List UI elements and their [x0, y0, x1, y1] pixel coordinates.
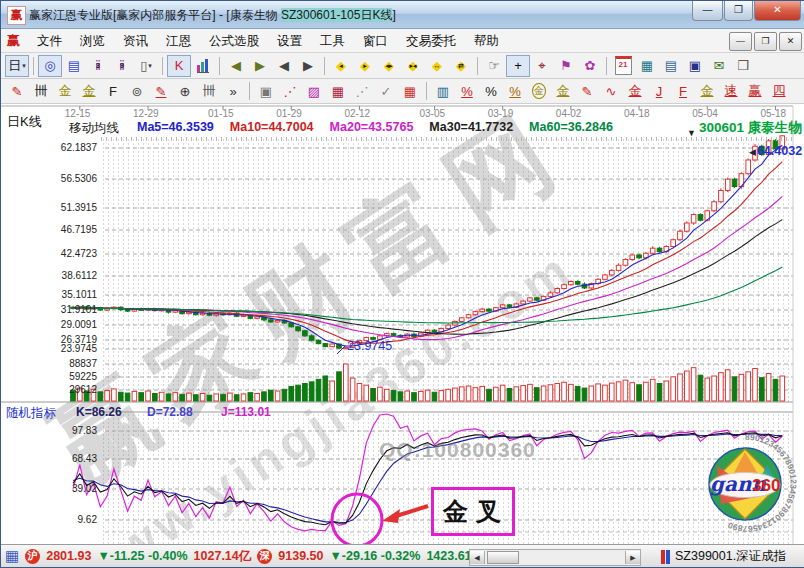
- maximize-button[interactable]: ❐: [724, 1, 753, 21]
- menu-item-9[interactable]: 交易委托: [397, 31, 465, 51]
- title-bar[interactable]: 赢 赢家江恩专业版[赢家内部服务平台] - [康泰生物 SZ300601-105…: [1, 1, 804, 29]
- horizontal-scrollbar[interactable]: ◀ ▶: [469, 549, 641, 566]
- gann-ruler-icon[interactable]: 卌: [29, 80, 53, 102]
- pattern-mark-icon[interactable]: ✿: [578, 55, 602, 77]
- menu-item-7[interactable]: 工具: [311, 31, 354, 51]
- glyph: ⊕: [180, 84, 191, 99]
- glyph: ▦: [404, 84, 416, 99]
- menu-item-3[interactable]: 资讯: [114, 31, 157, 51]
- menu-item-5[interactable]: 公式选股: [200, 31, 268, 51]
- brush-tool-icon[interactable]: ✎: [5, 80, 29, 102]
- glyph: ☞: [488, 58, 500, 73]
- candle-style-icon[interactable]: ▯▾: [134, 55, 158, 77]
- mdi-close-button[interactable]: ✕: [779, 32, 802, 51]
- golden-grid-icon[interactable]: 金: [77, 80, 101, 102]
- close-button[interactable]: ✕: [754, 1, 801, 21]
- current-stock-status[interactable]: SZ399001.深证成指: [661, 548, 786, 565]
- percent-line-icon[interactable]: %: [503, 80, 527, 102]
- pan-hand-tool[interactable]: ☞: [482, 55, 506, 77]
- chart-region[interactable]: 赢家财富网 www.yingjia360.com 日K线 12-1512-290…: [1, 104, 804, 547]
- compress-x-diamond-button[interactable]: ◆▸◂: [401, 55, 425, 77]
- gann-fan-icon[interactable]: ⋰: [278, 80, 302, 102]
- menu-item-4[interactable]: 江恩: [157, 31, 200, 51]
- expand-x-diamond-button[interactable]: ◆◂▸: [377, 55, 401, 77]
- pen-ruler-icon[interactable]: ✎: [575, 80, 599, 102]
- box-range-icon[interactable]: ▣: [254, 80, 278, 102]
- gann-fan-box-icon[interactable]: ▨: [302, 80, 326, 102]
- chart-bars-9-icon[interactable]: ⅱ9: [110, 55, 134, 77]
- send-mail-icon[interactable]: ✉: [707, 55, 731, 77]
- nav-last-button[interactable]: ▶: [248, 55, 272, 77]
- measure-tool-icon[interactable]: ⌖: [530, 55, 554, 77]
- spiral-icon[interactable]: ⊚: [125, 80, 149, 102]
- brush-measure-icon[interactable]: ✎: [149, 80, 173, 102]
- price-axis-label: 29.0091: [41, 319, 97, 330]
- nav-prev-button[interactable]: ◀: [272, 55, 296, 77]
- f-angle-icon[interactable]: F: [671, 80, 695, 102]
- shift-left-diamond-button[interactable]: ◆◂: [329, 55, 353, 77]
- quote-table-icon[interactable]: ▦: [5, 547, 19, 565]
- mdi-minimize-button[interactable]: —: [729, 32, 752, 51]
- j-angle-icon[interactable]: J: [647, 80, 671, 102]
- gold-angle-icon[interactable]: 金: [695, 80, 719, 102]
- shift-right-diamond-button[interactable]: ◆▸: [353, 55, 377, 77]
- gold-box-icon[interactable]: 金: [623, 80, 647, 102]
- menu-item-6[interactable]: 设置: [268, 31, 311, 51]
- trend-check-icon[interactable]: ✓: [374, 80, 398, 102]
- gann-wheel-icon[interactable]: ⊕: [173, 80, 197, 102]
- minimize-button[interactable]: —: [692, 1, 723, 21]
- mdi-restore-button[interactable]: ❐: [754, 32, 777, 51]
- date-tick-label: 04-18: [624, 108, 650, 119]
- menu-item-1[interactable]: 文件: [28, 31, 71, 51]
- glyph: 金: [83, 82, 96, 100]
- price-scale-icon[interactable]: ▥: [431, 80, 455, 102]
- angle-fan-icon[interactable]: ⋰: [350, 80, 374, 102]
- percent-icon[interactable]: %: [479, 80, 503, 102]
- glyph: F: [679, 84, 687, 99]
- golden-section-icon[interactable]: 金: [53, 80, 77, 102]
- more-tools-chevron[interactable]: »: [221, 80, 245, 102]
- gold-circle-icon[interactable]: 金: [527, 80, 551, 102]
- notes-icon[interactable]: ▤: [659, 55, 683, 77]
- crosshair-tool[interactable]: +: [506, 55, 530, 77]
- ying-angle-icon[interactable]: 赢: [743, 80, 767, 102]
- scroll-right-arrow[interactable]: ▶: [625, 551, 640, 564]
- calculator-icon[interactable]: ▦: [635, 55, 659, 77]
- kline-period-button[interactable]: 日▾: [5, 55, 29, 77]
- data-service-icon[interactable]: ❒: [731, 55, 755, 77]
- menu-item-2[interactable]: 浏览: [71, 31, 114, 51]
- wave-tool-icon[interactable]: ∿: [599, 80, 623, 102]
- toolbar-separator: [249, 82, 250, 100]
- menu-item-10[interactable]: 帮助: [465, 31, 508, 51]
- menu-item-8[interactable]: 窗口: [354, 31, 397, 51]
- scroll-left-arrow[interactable]: ◀: [470, 551, 485, 564]
- speed-angle-icon[interactable]: 速: [719, 80, 743, 102]
- ma-value-label: Ma20=43.5765: [330, 120, 414, 137]
- gann-grid-box-icon[interactable]: ▦: [326, 80, 350, 102]
- calendar-icon[interactable]: 21: [611, 55, 635, 77]
- percent-range-icon[interactable]: %: [455, 80, 479, 102]
- volume-colors-icon[interactable]: [191, 55, 215, 77]
- save-icon[interactable]: ▣: [683, 55, 707, 77]
- flag-mark-icon[interactable]: ⚑: [554, 55, 578, 77]
- fibonacci-icon[interactable]: F: [101, 80, 125, 102]
- glyph: ✎: [582, 84, 593, 99]
- red-grid-icon[interactable]: ▦: [398, 80, 422, 102]
- nav-next-button[interactable]: ▶: [296, 55, 320, 77]
- kdj-k-value: K=86.26: [76, 405, 122, 419]
- nav-first-button[interactable]: ◀: [224, 55, 248, 77]
- ruler-grid-icon[interactable]: 卌: [197, 80, 221, 102]
- expand-all-diamond-button[interactable]: ◆↔: [425, 55, 449, 77]
- compress-all-diamond-button[interactable]: ◆⇄: [449, 55, 473, 77]
- kline-range-stats-icon[interactable]: K: [167, 55, 191, 77]
- region-stats-icon[interactable]: ◎: [38, 55, 62, 77]
- scrollbar-thumb[interactable]: [487, 551, 519, 564]
- price-axis-label: 38.6112: [41, 270, 97, 281]
- chart-bars-3-icon[interactable]: ⅱ3: [86, 55, 110, 77]
- gold-line-icon[interactable]: 金: [551, 80, 575, 102]
- four-angle-icon[interactable]: 四: [767, 80, 791, 102]
- price-axis-label: 62.1837: [41, 142, 97, 153]
- info-panel-icon[interactable]: ▤: [62, 55, 86, 77]
- chart-canvas[interactable]: [1, 104, 804, 547]
- price-axis-label: 35.1011: [41, 289, 97, 300]
